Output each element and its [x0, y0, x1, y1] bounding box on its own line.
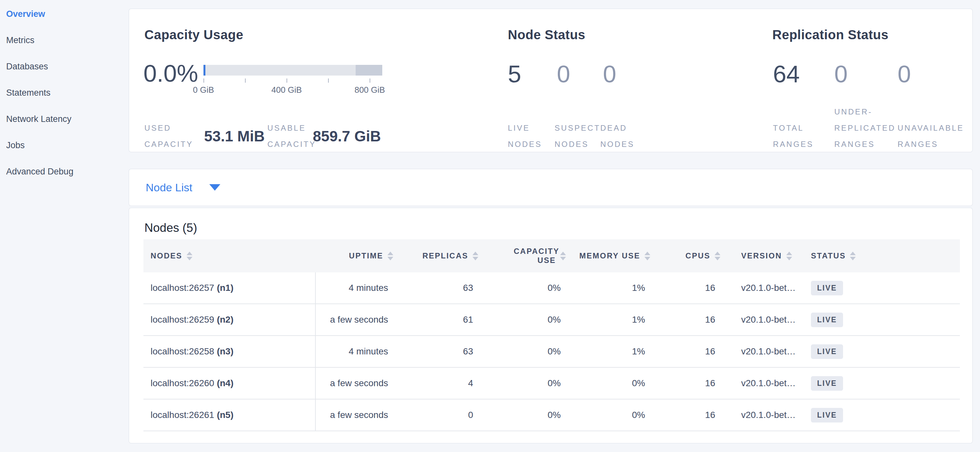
- node-replicas: 63: [393, 336, 478, 367]
- sort-icon: [850, 252, 856, 260]
- nodes-card: Nodes (5) NODES UPTIME REPLICAS CAPACITY…: [129, 208, 973, 444]
- node-version: v20.1.0-bet…: [721, 368, 802, 399]
- capacity-gauge-bar: [204, 65, 382, 76]
- sort-icon: [560, 252, 566, 260]
- node-uptime: 4 minutes: [316, 272, 393, 303]
- capacity-gauge: 0 GiB 400 GiB 800 GiB: [204, 65, 382, 104]
- replication-status-title: Replication Status: [772, 27, 888, 42]
- overview-page: Overview Metrics Databases Statements Ne…: [0, 0, 980, 452]
- node-address: localhost:26258(n3): [143, 336, 316, 367]
- gauge-tick: [370, 78, 370, 83]
- node-version: v20.1.0-bet…: [721, 400, 802, 431]
- node-cpus: 16: [650, 336, 721, 367]
- node-cpus: 16: [650, 304, 721, 335]
- usable-capacity-value: 859.7 GiB: [313, 120, 381, 152]
- sidebar-item-overview[interactable]: Overview: [6, 9, 129, 35]
- column-header-nodes[interactable]: NODES: [143, 239, 316, 272]
- node-memory-use: 0%: [566, 400, 650, 431]
- table-row-node-3[interactable]: localhost:26258(n3) 4 minutes 63 0% 1% 1…: [143, 336, 960, 368]
- node-uptime: a few seconds: [316, 400, 393, 431]
- node-status-cell: LIVE: [802, 304, 960, 335]
- node-version: v20.1.0-bet…: [721, 336, 802, 367]
- column-header-status[interactable]: STATUS: [802, 239, 960, 272]
- table-header-row: NODES UPTIME REPLICAS CAPACITY USE MEMOR…: [143, 239, 960, 272]
- node-capacity-use: 0%: [478, 368, 566, 399]
- sort-icon: [473, 252, 478, 260]
- sidebar-item-advanced-debug[interactable]: Advanced Debug: [6, 167, 129, 193]
- gauge-tick: [286, 78, 287, 83]
- table-row-node-1[interactable]: localhost:26257(n1) 4 minutes 63 0% 1% 1…: [143, 272, 960, 304]
- sidebar: Overview Metrics Databases Statements Ne…: [0, 0, 129, 452]
- dead-nodes-label: DEAD NODES: [600, 120, 646, 152]
- node-memory-use: 1%: [566, 336, 650, 367]
- capacity-used-percent: 0.0%: [143, 60, 198, 87]
- node-cpus: 16: [650, 368, 721, 399]
- under-replicated-ranges-label: UNDER-REPLICATED RANGES: [834, 104, 906, 152]
- gauge-tick-label: 0 GiB: [193, 85, 214, 95]
- sort-icon: [714, 252, 721, 260]
- node-capacity-use: 0%: [478, 336, 566, 367]
- nodes-table: NODES UPTIME REPLICAS CAPACITY USE MEMOR…: [143, 239, 960, 431]
- sort-icon: [786, 252, 792, 260]
- suspect-nodes-count: 0: [557, 60, 570, 88]
- node-list-bar: Node List: [129, 169, 973, 206]
- column-header-uptime[interactable]: UPTIME: [316, 239, 393, 272]
- status-badge: LIVE: [811, 312, 843, 327]
- chevron-down-icon: [209, 184, 220, 191]
- node-replicas: 0: [393, 400, 478, 431]
- node-memory-use: 1%: [566, 272, 650, 303]
- sort-icon: [387, 252, 393, 260]
- total-ranges-count: 64: [773, 60, 800, 88]
- node-replicas: 4: [393, 368, 478, 399]
- sort-icon: [644, 252, 650, 260]
- table-row-node-2[interactable]: localhost:26259(n2) a few seconds 61 0% …: [143, 304, 960, 336]
- node-status-cell: LIVE: [802, 336, 960, 367]
- status-badge: LIVE: [811, 281, 843, 295]
- node-list-dropdown[interactable]: Node List: [146, 181, 220, 194]
- unavailable-ranges-label: UNAVAILABLE RANGES: [897, 120, 975, 152]
- sidebar-item-databases[interactable]: Databases: [6, 62, 129, 88]
- status-badge: LIVE: [811, 344, 843, 359]
- node-address: localhost:26261(n5): [143, 400, 316, 431]
- gauge-nonusable-segment: [356, 65, 382, 76]
- sidebar-item-network-latency[interactable]: Network Latency: [6, 114, 129, 140]
- total-ranges-label: TOTAL RANGES: [773, 120, 822, 152]
- used-capacity-label: USED CAPACITY: [145, 120, 196, 152]
- column-header-cpus[interactable]: CPUS: [650, 239, 721, 272]
- node-cpus: 16: [650, 272, 721, 303]
- node-memory-use: 1%: [566, 304, 650, 335]
- node-capacity-use: 0%: [478, 400, 566, 431]
- suspect-nodes-label: SUSPECT NODES: [555, 120, 606, 152]
- column-header-replicas[interactable]: REPLICAS: [393, 239, 478, 272]
- node-status-cell: LIVE: [802, 368, 960, 399]
- node-status-cell: LIVE: [802, 400, 960, 431]
- gauge-tick-label: 800 GiB: [354, 85, 385, 95]
- sidebar-item-metrics[interactable]: Metrics: [6, 35, 129, 62]
- column-header-memory-use[interactable]: MEMORY USE: [566, 239, 650, 272]
- node-capacity-use: 0%: [478, 304, 566, 335]
- gauge-tick: [245, 78, 246, 83]
- live-nodes-label: LIVE NODES: [508, 120, 553, 152]
- node-memory-use: 0%: [566, 368, 650, 399]
- gauge-tick: [204, 78, 204, 83]
- table-row-node-5[interactable]: localhost:26261(n5) a few seconds 0 0% 0…: [143, 400, 960, 431]
- sidebar-item-statements[interactable]: Statements: [6, 88, 129, 114]
- cluster-summary-card: Capacity Usage 0.0% 0 GiB 400 GiB 800 Gi…: [129, 8, 973, 152]
- table-row-node-4[interactable]: localhost:26260(n4) a few seconds 4 0% 0…: [143, 368, 960, 400]
- node-uptime: a few seconds: [316, 368, 393, 399]
- used-capacity-value: 53.1 MiB: [204, 120, 265, 152]
- node-address: localhost:26259(n2): [143, 304, 316, 335]
- column-header-capacity-use[interactable]: CAPACITY USE: [478, 239, 566, 272]
- node-capacity-use: 0%: [478, 272, 566, 303]
- node-address: localhost:26257(n1): [143, 272, 316, 303]
- status-badge: LIVE: [811, 408, 843, 422]
- sidebar-item-jobs[interactable]: Jobs: [6, 140, 129, 167]
- column-header-version[interactable]: VERSION: [721, 239, 802, 272]
- node-status-title: Node Status: [508, 27, 585, 42]
- node-uptime: a few seconds: [316, 304, 393, 335]
- live-nodes-count: 5: [508, 60, 521, 88]
- node-version: v20.1.0-bet…: [721, 272, 802, 303]
- node-version: v20.1.0-bet…: [721, 304, 802, 335]
- status-badge: LIVE: [811, 376, 843, 391]
- node-replicas: 63: [393, 272, 478, 303]
